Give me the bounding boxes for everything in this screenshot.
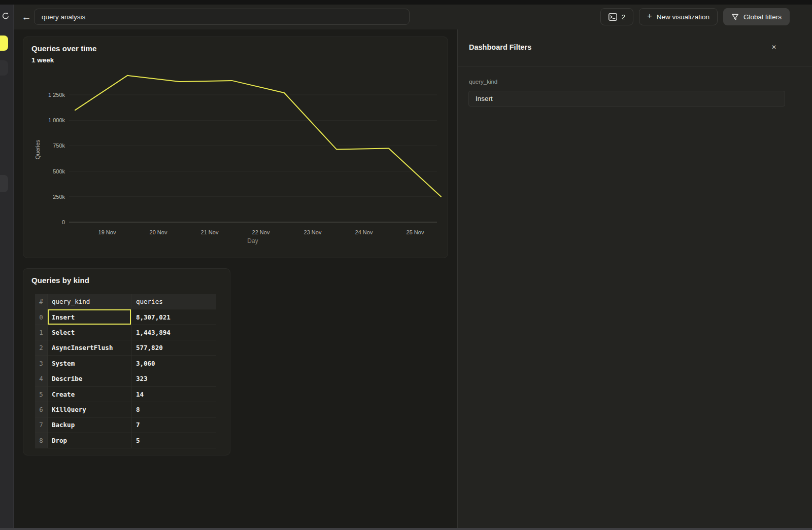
queries-over-time-card: Queries over time 1 week 0250k500k750k1 …	[23, 37, 448, 258]
app-sidebar	[0, 5, 14, 530]
row-index: 8	[35, 433, 48, 448]
dashboard-canvas: Queries over time 1 week 0250k500k750k1 …	[14, 29, 457, 530]
global-filters-button[interactable]: Global filters	[723, 8, 790, 25]
query-tabs-button[interactable]: 2	[600, 8, 634, 25]
row-index: 6	[35, 402, 48, 417]
cell-queries[interactable]: 8,307,021	[131, 309, 216, 325]
row-index: 0	[35, 309, 48, 325]
cell-queries[interactable]: 1,443,894	[131, 325, 216, 340]
cell-query-kind[interactable]: Select	[48, 325, 131, 340]
chart-line	[75, 76, 441, 197]
panel-divider	[458, 66, 812, 66]
x-tick-label: 25 Nov	[407, 229, 424, 235]
cell-queries[interactable]: 5	[131, 433, 216, 448]
sidebar-item-dashboards-active[interactable]	[0, 36, 8, 51]
new-visualization-label: New visualization	[657, 13, 709, 21]
global-filters-label: Global filters	[743, 13, 782, 21]
cell-query-kind[interactable]: Backup	[48, 417, 131, 433]
dashboard-filters-panel: Dashboard Filters ✕ query_kind	[457, 29, 812, 530]
funnel-icon	[731, 13, 739, 21]
queries-line-chart[interactable]: 0250k500k750k1 000k1 250k19 Nov20 Nov21 …	[23, 37, 449, 259]
window-title-strip	[0, 0, 812, 5]
close-panel-button[interactable]: ✕	[769, 43, 779, 52]
close-icon: ✕	[771, 44, 776, 51]
cell-queries[interactable]: 14	[131, 386, 216, 402]
cell-query-kind[interactable]: Insert	[48, 309, 131, 325]
cell-query-kind[interactable]: Drop	[48, 433, 131, 448]
y-axis-title: Queries	[35, 139, 41, 159]
plus-icon: +	[647, 12, 652, 21]
y-tick-label: 0	[62, 219, 65, 225]
row-index: 7	[35, 417, 48, 433]
cell-queries[interactable]: 3,060	[131, 356, 216, 371]
topbar-actions: 2 + New visualization Global filters	[600, 8, 790, 25]
x-tick-label: 21 Nov	[201, 229, 219, 235]
cell-query-kind[interactable]: Describe	[48, 371, 131, 386]
back-arrow-icon: ←	[22, 12, 31, 23]
back-button[interactable]: ←	[20, 11, 33, 24]
cell-query-kind[interactable]: System	[48, 356, 131, 371]
column-header-index: #	[35, 294, 48, 309]
cell-query-kind[interactable]: AsyncInsertFlush	[48, 340, 131, 356]
x-tick-label: 23 Nov	[304, 229, 322, 235]
sidebar-item[interactable]	[0, 60, 8, 76]
row-index: 1	[35, 325, 48, 340]
filter-field-label: query_kind	[469, 79, 497, 85]
refresh-icon[interactable]	[1, 11, 11, 23]
x-axis-title: Day	[247, 237, 258, 244]
row-index: 3	[35, 356, 48, 371]
dashboard-title-input[interactable]	[34, 9, 410, 25]
row-index: 2	[35, 340, 48, 356]
cell-query-kind[interactable]: Create	[48, 386, 131, 402]
terminal-icon	[608, 13, 617, 21]
cell-queries[interactable]: 323	[131, 371, 216, 386]
cell-queries[interactable]: 7	[131, 417, 216, 433]
sidebar-item[interactable]	[0, 175, 8, 192]
new-visualization-button[interactable]: + New visualization	[639, 8, 718, 25]
x-tick-label: 24 Nov	[355, 229, 373, 235]
table-title: Queries by kind	[31, 276, 89, 285]
y-tick-label: 1 250k	[48, 92, 65, 98]
filters-panel-title: Dashboard Filters	[469, 43, 531, 51]
column-header-query-kind: query_kind	[48, 294, 131, 309]
queries-by-kind-card: Queries by kind #query_kindqueries0Inser…	[23, 268, 230, 455]
y-tick-label: 1 000k	[48, 117, 65, 123]
query-tabs-count: 2	[622, 13, 626, 21]
y-tick-label: 750k	[53, 143, 65, 149]
row-index: 5	[35, 386, 48, 402]
cell-queries[interactable]: 8	[131, 402, 216, 417]
query-kind-filter-input[interactable]	[468, 91, 785, 107]
window-bottom-edge	[0, 528, 812, 530]
column-header-queries: queries	[131, 294, 216, 309]
x-tick-label: 19 Nov	[98, 229, 116, 235]
queries-by-kind-table: #query_kindqueries0Insert8,307,0211Selec…	[35, 294, 216, 448]
cell-query-kind[interactable]: KillQuery	[48, 402, 131, 417]
x-tick-label: 22 Nov	[252, 229, 270, 235]
cell-queries[interactable]: 577,820	[131, 340, 216, 356]
y-tick-label: 250k	[53, 194, 65, 200]
row-index: 4	[35, 371, 48, 386]
topbar: ← 2 + New visualization Global filters	[14, 5, 812, 29]
x-tick-label: 20 Nov	[150, 229, 167, 235]
y-tick-label: 500k	[53, 168, 65, 174]
